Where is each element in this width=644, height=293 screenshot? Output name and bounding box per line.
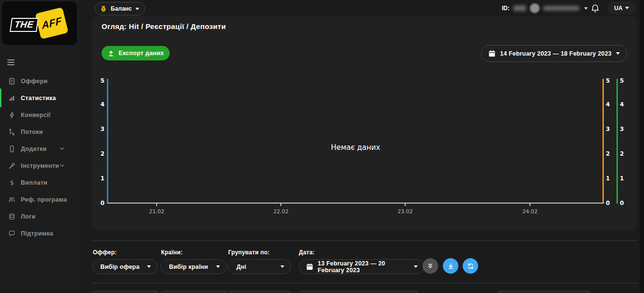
y-tick: 4 [606,101,617,108]
avatar [530,3,540,13]
chat-icon [8,230,15,237]
money-bag-icon: $ [100,5,107,13]
y-tick: 4 [93,101,104,108]
offer-filter-label: Оффер: [93,249,117,256]
chevron-down-icon [280,265,284,268]
notifications-bell-icon[interactable] [590,3,600,14]
sidebar-item-referral-program[interactable]: Реф. програма [0,191,81,208]
refresh-icon [467,263,474,270]
svg-text:$: $ [10,179,14,186]
sidebar-item-label: Логи [21,213,36,220]
sidebar-item-label: Оффери [21,78,48,85]
export-data-label: Експорт даних [118,50,163,57]
group-by-select[interactable]: Дні [228,259,291,274]
balance-dropdown[interactable]: $ Баланс [95,2,145,15]
y-tick: 5 [606,77,617,85]
logo-the-text: THE [10,18,39,32]
sidebar-item-logs[interactable]: Логи [0,208,81,225]
refresh-button[interactable] [463,258,478,274]
y-tick: 3 [93,125,104,133]
y-tick: 2 [620,150,631,158]
sidebar-item-tools[interactable]: Інструменти [0,157,81,174]
sidebar-item-offers[interactable]: Оффери [0,73,81,89]
y-tick: 2 [93,150,104,158]
x-tick-label: 23.02 [391,208,420,215]
language-label: UA [614,5,622,12]
sidebar-item-statistics[interactable]: Статистика [0,89,81,106]
logo[interactable]: AFF THE [2,1,77,45]
y-tick: 0 [606,199,617,207]
dollar-icon: $ [8,179,15,187]
offer-select[interactable]: Вибір офера [92,259,158,274]
next-section-peek [92,291,158,293]
collapse-filters-button[interactable] [423,258,438,274]
user-email-redacted [543,6,579,11]
sidebar-item-apps[interactable]: Додатки [0,140,81,157]
x-tickmark [280,203,281,206]
calendar-icon [488,50,496,57]
sidebar-item-flows[interactable]: Потоки [0,123,81,140]
sidebar-item-label: Додатки [21,146,47,152]
phone-icon [8,145,15,153]
sidebar-item-label: Реф. програма [21,196,67,203]
divider [92,240,638,241]
sidebar-item-payouts[interactable]: $ Виплати [0,174,81,191]
database-icon [8,213,15,220]
group-by-select-value: Дні [228,264,280,270]
x-tick-label: 24.02 [515,208,544,215]
logo-aff-text: AFF [41,15,62,31]
countries-filter-label: Країни: [161,249,183,256]
x-tickmark [529,203,530,206]
document-icon [8,77,15,85]
bar-chart-icon [8,94,15,102]
y-axis-right-registrations [602,79,604,204]
balance-label: Баланс [111,5,132,12]
flow-icon [8,128,15,136]
next-section-peek [228,291,291,293]
y-tick: 2 [606,150,617,158]
y-axis-left-hit [107,79,108,204]
people-icon [8,196,15,204]
scrollbar-track[interactable] [640,0,644,293]
y-tick: 5 [93,77,104,85]
id-label: ID: [502,5,510,12]
sidebar: AFF THE Оффери Статистика Конверсії [0,0,81,289]
countries-select[interactable]: Вибір країни [161,259,227,274]
chevron-down-icon [584,7,588,10]
chevron-down-icon [616,52,620,55]
chevron-down-icon [147,265,151,268]
y-tick: 0 [93,199,104,207]
chevron-down-icon [59,164,65,167]
chart-date-range-dropdown[interactable]: 14 February 2023 — 18 February 2023 [481,45,627,62]
chevron-down-icon [216,265,220,268]
sidebar-item-label: Інструменти [21,162,59,169]
offer-select-value: Вибір офера [93,264,147,270]
y-tick: 0 [620,199,631,207]
filter-date-range-dropdown[interactable]: 13 February 2023 — 20 February 2023 [299,259,424,274]
user-id-redacted [513,5,526,11]
calendar-icon [306,263,313,270]
group-by-filter-label: Групувати по: [228,249,270,256]
y-tick: 1 [620,175,631,182]
sidebar-item-label: Виплати [21,179,47,186]
svg-text:$: $ [102,7,105,11]
sidebar-item-support[interactable]: Підтримка [0,225,81,242]
y-tick: 3 [620,125,631,133]
sidebar-item-label: Потоки [21,129,43,135]
page-title: Огляд: Hit / Реєстрації / Депозити [102,22,226,30]
download-button[interactable] [443,258,458,274]
x-tickmark [405,203,406,206]
language-dropdown[interactable]: UA [607,1,636,15]
download-icon [447,263,454,270]
sidebar-item-conversions[interactable]: Конверсії [0,106,81,123]
chevron-down-icon [625,7,629,9]
bolt-icon [8,111,15,119]
countries-select-value: Вибір країни [161,264,216,270]
export-data-button[interactable]: Експорт даних [102,46,170,60]
logo-yellow-square: AFF [35,7,68,39]
user-info[interactable]: ID: [502,3,588,13]
x-tick-label: 22.02 [266,208,295,215]
sidebar-item-label: Статистика [21,95,56,102]
menu-toggle-icon[interactable] [7,59,15,65]
y-axis-right-deposits [616,79,618,204]
